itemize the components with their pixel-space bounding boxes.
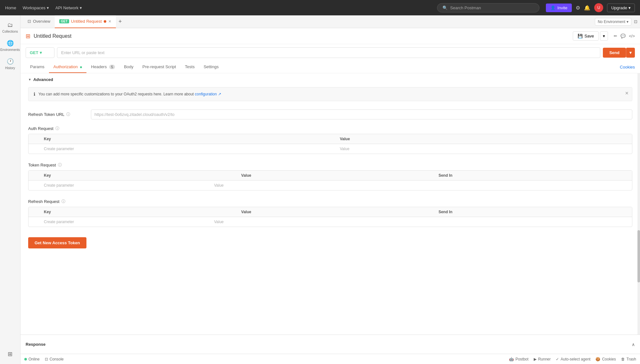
notifications-icon[interactable]: 🔔 bbox=[584, 5, 590, 11]
refresh-request-row: Create parameter Value bbox=[28, 217, 632, 227]
url-bar: GET ▾ Send ▾ bbox=[20, 44, 640, 61]
environments-icon: 🌐 bbox=[7, 40, 14, 47]
invite-button[interactable]: 👤 Invite bbox=[546, 4, 572, 12]
sidebar-item-environments[interactable]: 🌐 Environments bbox=[1, 37, 19, 54]
auth-request-section: Auth Request ⓘ Key Value Create paramete… bbox=[20, 123, 640, 159]
refresh-request-label: Refresh Request ⓘ bbox=[28, 199, 632, 204]
refresh-request-checkbox-col bbox=[28, 207, 40, 217]
token-request-row: Create parameter Value bbox=[28, 181, 632, 190]
tab-overview[interactable]: ⊡ Overview bbox=[23, 15, 55, 28]
send-button[interactable]: Send bbox=[603, 48, 626, 58]
url-input[interactable] bbox=[57, 47, 600, 58]
add-tab-button[interactable]: + bbox=[116, 18, 125, 25]
token-request-sendin-cell bbox=[380, 181, 632, 190]
bottom-bar: Online ⊡ Console 🤖 Postbot ▶ Runner ✓ Au… bbox=[20, 354, 640, 364]
environment-select[interactable]: No Environment ▾ bbox=[595, 18, 631, 26]
sidebar-item-apps[interactable]: ⊞ bbox=[1, 348, 19, 360]
tab-close-icon[interactable]: ✕ bbox=[108, 19, 111, 24]
content-area: ▼ Advanced ℹ You can add more specific c… bbox=[20, 73, 640, 335]
auth-request-key-header: Key bbox=[40, 134, 336, 144]
console-button[interactable]: ⊡ Console bbox=[45, 357, 64, 361]
postbot-icon: 🤖 bbox=[509, 357, 514, 361]
nav-home[interactable]: Home bbox=[5, 5, 16, 10]
settings-icon[interactable]: ⚙ bbox=[576, 5, 580, 11]
auto-select-icon: ✓ bbox=[556, 357, 559, 361]
request-header: ⊞ Untitled Request 💾 Save ▾ ✏ 💬 </> bbox=[20, 28, 640, 44]
refresh-token-url-row: Refresh Token URL ⓘ bbox=[20, 106, 640, 123]
expand-icon[interactable]: </> bbox=[629, 34, 635, 38]
code-icon[interactable]: ✏ bbox=[614, 34, 617, 38]
tab-request[interactable]: GET Untitled Request ✕ bbox=[55, 15, 116, 28]
tab-tests[interactable]: Tests bbox=[181, 61, 199, 73]
postbot-button[interactable]: 🤖 Postbot bbox=[509, 357, 529, 361]
cookies-link[interactable]: Cookies bbox=[620, 65, 635, 69]
comment-icon[interactable]: 💬 bbox=[620, 34, 626, 38]
environment-options-icon[interactable]: ⊡ bbox=[634, 19, 637, 24]
save-dropdown-button[interactable]: ▾ bbox=[600, 31, 608, 41]
refresh-request-table: Key Value Send In Create parameter Value bbox=[28, 207, 632, 227]
auto-select-agent-button[interactable]: ✓ Auto-select agent bbox=[556, 357, 590, 361]
token-request-value-header: Value bbox=[237, 171, 434, 180]
online-status[interactable]: Online bbox=[24, 357, 40, 361]
main-area: ⊡ Overview GET Untitled Request ✕ + No E… bbox=[20, 15, 640, 364]
tab-settings[interactable]: Settings bbox=[199, 61, 223, 73]
tab-headers[interactable]: Headers 5 bbox=[86, 61, 119, 73]
apps-icon: ⊞ bbox=[8, 351, 12, 358]
auth-request-table: Key Value Create parameter Value bbox=[28, 134, 632, 154]
info-icon: ℹ bbox=[34, 92, 35, 97]
auth-request-value-cell[interactable]: Value bbox=[336, 144, 632, 154]
nav-api-network[interactable]: API Network ▾ bbox=[55, 5, 82, 10]
request-title[interactable]: Untitled Request bbox=[34, 33, 570, 39]
auth-request-key-cell[interactable]: Create parameter bbox=[40, 144, 336, 154]
upgrade-button[interactable]: Upgrade ▾ bbox=[607, 4, 635, 12]
config-link[interactable]: configuration ↗ bbox=[195, 92, 221, 96]
top-navigation: Home Workspaces ▾ API Network ▾ 🔍 Search… bbox=[0, 0, 640, 15]
token-request-sendin-header: Send In bbox=[435, 171, 632, 180]
save-icon: 💾 bbox=[578, 34, 583, 38]
response-title: Response bbox=[26, 342, 632, 347]
trash-button[interactable]: 🗑 Trash bbox=[621, 357, 636, 361]
request-type-icon: ⊞ bbox=[26, 33, 30, 40]
cookies-icon: 🍪 bbox=[595, 357, 600, 361]
tab-prerequest[interactable]: Pre-request Script bbox=[138, 61, 181, 73]
search-bar[interactable]: 🔍 Search Postman bbox=[437, 3, 539, 12]
auth-request-table-header: Key Value bbox=[28, 134, 632, 144]
refresh-token-url-input[interactable] bbox=[91, 109, 632, 119]
token-request-key-cell[interactable]: Create parameter bbox=[40, 181, 210, 190]
tab-authorization[interactable]: Authorization bbox=[49, 61, 87, 73]
auth-request-info-icon[interactable]: ⓘ bbox=[55, 126, 59, 131]
sidebar-item-history[interactable]: 🕐 History bbox=[1, 55, 19, 72]
save-button[interactable]: 💾 Save bbox=[573, 31, 599, 41]
tab-params[interactable]: Params bbox=[26, 61, 49, 73]
method-badge: GET bbox=[59, 19, 69, 23]
runner-button[interactable]: ▶ Runner bbox=[534, 357, 551, 361]
unsaved-dot bbox=[104, 20, 106, 23]
refresh-request-value-cell[interactable]: Value bbox=[210, 217, 381, 227]
headers-badge: 5 bbox=[109, 65, 115, 69]
scrollbar-track bbox=[637, 73, 640, 335]
advanced-header[interactable]: ▼ Advanced bbox=[20, 73, 640, 85]
info-box: ℹ You can add more specific customizatio… bbox=[28, 87, 632, 101]
nav-workspaces[interactable]: Workspaces ▾ bbox=[23, 5, 49, 10]
sidebar: 🗂 Collections 🌐 Environments 🕐 History ⊞ bbox=[0, 15, 20, 364]
send-dropdown-button[interactable]: ▾ bbox=[626, 48, 635, 58]
get-new-access-token-button[interactable]: Get New Access Token bbox=[28, 237, 86, 248]
refresh-token-url-info-icon[interactable]: ⓘ bbox=[66, 112, 70, 117]
response-collapse-icon[interactable]: ∧ bbox=[632, 342, 635, 347]
method-select[interactable]: GET ▾ bbox=[26, 47, 54, 58]
refresh-request-key-cell[interactable]: Create parameter bbox=[40, 217, 210, 227]
scrollbar-thumb[interactable] bbox=[637, 230, 640, 282]
refresh-request-info-icon[interactable]: ⓘ bbox=[61, 199, 65, 204]
chevron-down-icon: ▼ bbox=[28, 78, 31, 81]
token-request-info-icon[interactable]: ⓘ bbox=[58, 162, 62, 168]
avatar[interactable]: U bbox=[594, 3, 603, 12]
tab-body[interactable]: Body bbox=[119, 61, 138, 73]
runner-icon: ▶ bbox=[534, 357, 537, 361]
sidebar-item-collections[interactable]: 🗂 Collections bbox=[1, 19, 19, 36]
authorization-dot bbox=[80, 66, 82, 68]
console-icon: ⊡ bbox=[45, 357, 48, 361]
token-request-checkbox-col bbox=[28, 171, 40, 180]
close-info-icon[interactable]: ✕ bbox=[625, 91, 629, 96]
cookies-button[interactable]: 🍪 Cookies bbox=[595, 357, 616, 361]
token-request-value-cell[interactable]: Value bbox=[210, 181, 381, 190]
